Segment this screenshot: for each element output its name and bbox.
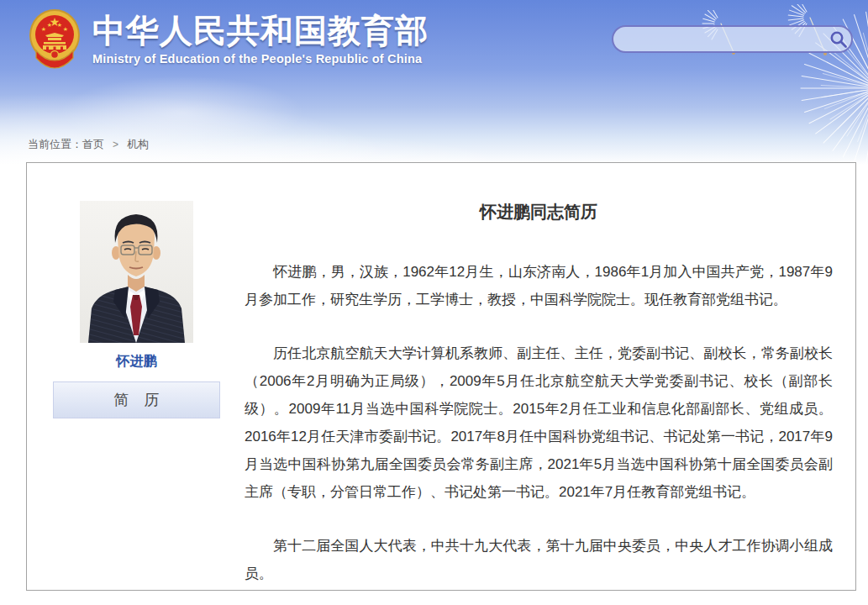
portrait-photo — [80, 201, 193, 343]
article-title: 怀进鹏同志简历 — [245, 200, 833, 224]
svg-text:★: ★ — [63, 26, 68, 32]
svg-text:★: ★ — [57, 22, 62, 28]
magnifier-icon — [829, 29, 849, 50]
breadcrumb-home-link[interactable]: 首页 — [82, 137, 104, 152]
person-name-link[interactable]: 怀进鹏 — [53, 353, 220, 371]
breadcrumb-prefix: 当前位置： — [28, 137, 82, 152]
resume-tab-button[interactable]: 简 历 — [53, 381, 220, 418]
article: 怀进鹏同志简历 怀进鹏，男，汉族，1962年12月生，山东济南人，1986年1月… — [245, 163, 833, 590]
breadcrumb-separator: > — [113, 139, 118, 150]
article-body: 怀进鹏，男，汉族，1962年12月生，山东济南人，1986年1月加入中国共产党，… — [245, 258, 833, 587]
search-input[interactable] — [613, 27, 826, 51]
site-logo-titles[interactable]: 中华人民共和国教育部 Ministry of Education of the … — [92, 13, 429, 66]
svg-text:★: ★ — [47, 22, 52, 28]
bio-paragraph: 历任北京航空航天大学计算机系教师、副主任、主任，党委副书记、副校长，常务副校长（… — [245, 339, 833, 506]
content-panel: 怀进鹏 简 历 怀进鹏同志简历 怀进鹏，男，汉族，1962年12月生，山东济南人… — [26, 162, 856, 591]
profile-sidebar: 怀进鹏 简 历 — [27, 163, 220, 590]
search-button[interactable] — [826, 27, 851, 51]
site-title-en: Ministry of Education of the People's Re… — [92, 52, 429, 66]
moe-profile-page: { "header": { "title_zh": "中华人民共和国教育部", … — [0, 0, 868, 605]
svg-text:★: ★ — [41, 26, 46, 32]
site-title-zh: 中华人民共和国教育部 — [92, 13, 429, 50]
bio-paragraph: 怀进鹏，男，汉族，1962年12月生，山东济南人，1986年1月加入中国共产党，… — [245, 258, 833, 313]
bio-paragraph: 第十二届全国人大代表，中共十九大代表，第十九届中央委员，中央人才工作协调小组成员… — [245, 532, 833, 587]
national-emblem-icon[interactable]: ★ ★ ★ ★ ★ — [28, 7, 82, 74]
breadcrumb-current: 机构 — [127, 137, 149, 152]
search-bar — [612, 25, 853, 53]
breadcrumb: 当前位置： 首页 > 机构 — [28, 137, 149, 152]
